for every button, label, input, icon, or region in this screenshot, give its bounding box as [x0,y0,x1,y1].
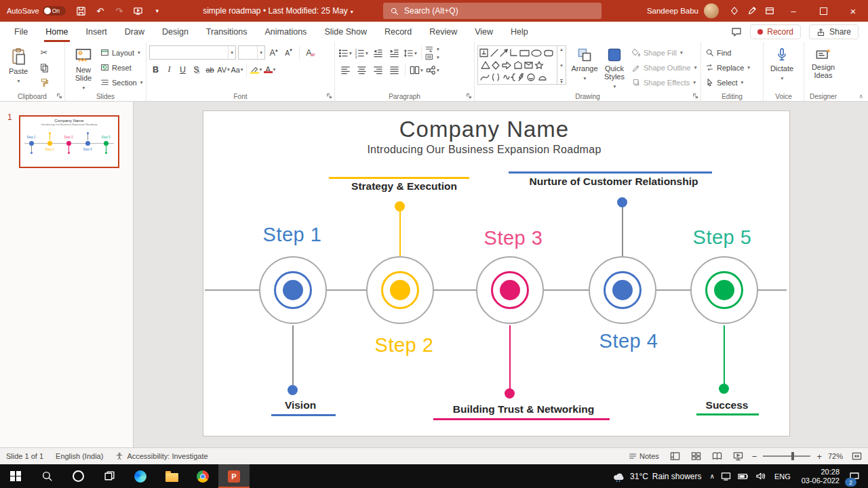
powerpoint-taskbar-icon[interactable]: P [218,464,250,488]
zoom-slider[interactable] [763,455,810,457]
step-ring[interactable] [690,256,758,324]
tab-transitions[interactable]: Transitions [197,22,256,42]
slide-sorter-view-button[interactable] [689,449,704,463]
strikethrough-button[interactable]: ab [203,62,216,77]
copy-button[interactable] [37,60,52,75]
comments-icon[interactable] [731,26,742,37]
format-painter-button[interactable] [37,75,52,89]
start-button[interactable] [0,464,31,488]
arrange-button[interactable]: Arrange▾ [569,45,600,83]
language-status[interactable]: English (India) [50,452,109,460]
volume-tray-icon[interactable] [752,464,769,488]
bullets-button[interactable]: ▾ [338,46,353,60]
replace-button[interactable]: Replace▾ [705,60,750,75]
tab-record[interactable]: Record [376,22,420,42]
slide[interactable]: Company Name Introducing Our Business Ex… [203,110,790,436]
tab-help[interactable]: Help [502,22,537,42]
decrease-indent-button[interactable] [370,46,385,60]
ribbon-display-icon[interactable] [761,2,778,20]
hidden-icons-chevron[interactable]: ∧ [707,464,717,488]
tab-animations[interactable]: Animations [256,22,316,42]
convert-to-smartart-button[interactable]: ▾ [425,63,440,77]
restore-button[interactable] [808,0,838,22]
find-button[interactable]: Find [705,45,750,60]
cortana-button[interactable] [62,464,94,488]
character-spacing-button[interactable]: AV▾ [217,62,230,77]
align-left-button[interactable] [338,63,353,77]
section-button[interactable]: Section▾ [100,75,142,89]
cast-tray-icon[interactable] [717,464,734,488]
quick-access-chevron-icon[interactable]: ▾ [149,2,166,20]
zoom-in-button[interactable]: + [816,451,822,462]
battery-tray-icon[interactable] [734,464,752,488]
design-ideas-button[interactable]: Design Ideas [807,45,840,79]
taskbar-search-button[interactable] [31,464,62,488]
select-button[interactable]: Select▾ [705,75,750,89]
change-case-button[interactable]: Aa▾ [231,62,243,77]
zoom-level[interactable]: 72% [828,452,843,460]
tab-design[interactable]: Design [153,22,197,42]
document-title[interactable]: simple roadmap • Last Modified: 25 May▾ [173,6,383,16]
paragraph-dialog-launcher[interactable] [466,93,472,99]
gallery-up-icon[interactable]: ▴ [560,47,563,52]
gallery-more-icon[interactable]: ▾ [560,79,563,83]
present-icon[interactable] [726,2,743,20]
text-highlight-button[interactable]: ▾ [250,62,262,77]
tab-file[interactable]: File [5,22,37,42]
record-button[interactable]: Record [750,24,801,39]
text-direction-button[interactable]: ▾ [425,45,439,52]
italic-button[interactable]: I [163,62,176,77]
step-label[interactable]: Step 5 [693,226,752,249]
new-slide-button[interactable]: New Slide▾ [68,45,99,92]
shape-effects-button[interactable]: Shape Effects▾ [632,75,696,89]
paste-button[interactable]: Paste▾ [3,45,34,85]
slideshow-icon[interactable] [130,2,147,20]
autosave-toggle[interactable]: AutoSave On [7,6,66,16]
font-name-combobox[interactable]: ▾ [149,45,236,60]
dictate-button[interactable]: Dictate▾ [766,45,797,83]
layout-button[interactable]: Layout▾ [100,45,142,60]
align-right-button[interactable] [370,63,385,77]
justify-button[interactable] [387,63,401,77]
user-name[interactable]: Sandeep Babu [647,7,698,15]
normal-view-button[interactable] [668,449,683,463]
shape-outline-button[interactable]: Shape Outline▾ [632,60,696,75]
redo-icon[interactable]: ↷ [111,2,128,20]
fit-to-window-button[interactable] [849,449,864,463]
notes-button[interactable]: Notes [626,452,662,460]
chrome-taskbar-icon[interactable] [187,464,218,488]
zoom-out-button[interactable]: − [752,451,757,462]
font-color-button[interactable]: A▾ [263,62,276,77]
align-text-button[interactable]: ▾ [425,54,439,60]
quick-styles-button[interactable]: Quick Styles▾ [600,45,629,91]
edge-taskbar-icon[interactable] [125,464,156,488]
columns-button[interactable]: ▾ [409,63,424,77]
reset-button[interactable]: Reset [100,60,142,75]
cut-button[interactable]: ✂ [37,45,52,60]
step-caption[interactable]: Success [706,399,749,411]
accessibility-status[interactable]: Accessibility: Investigate [109,452,214,460]
file-explorer-taskbar-icon[interactable] [156,464,187,488]
tab-review[interactable]: Review [420,22,466,42]
bold-button[interactable]: B [149,62,162,77]
shape-gallery[interactable] [477,45,557,85]
share-button[interactable]: Share [809,24,859,39]
align-center-button[interactable] [354,63,369,77]
action-center-button[interactable]: 2 [845,464,868,488]
font-dialog-launcher[interactable] [326,93,332,99]
zoom-slider-thumb[interactable] [791,452,794,460]
collapse-ribbon-icon[interactable]: ∧ [859,93,863,100]
input-language[interactable]: ENG [769,464,796,488]
clear-formatting-button[interactable]: A [304,45,317,60]
slide-thumbnail[interactable]: Company Name Introducing Our Business Ex… [19,115,119,168]
search-box[interactable]: Search (Alt+Q) [383,3,601,19]
task-view-button[interactable] [94,464,125,488]
tab-slide-show[interactable]: Slide Show [315,22,376,42]
underline-button[interactable]: U [176,62,189,77]
weather-widget[interactable]: 31°C Rain showers [607,464,707,488]
increase-indent-button[interactable] [387,46,401,60]
tab-view[interactable]: View [466,22,502,42]
shape-gallery-scrollbar[interactable]: ▴ ▾ ▾ [557,45,566,85]
taskbar-clock[interactable]: 20:28 03-06-2022 [796,468,845,485]
undo-icon[interactable]: ↶ [92,2,109,20]
